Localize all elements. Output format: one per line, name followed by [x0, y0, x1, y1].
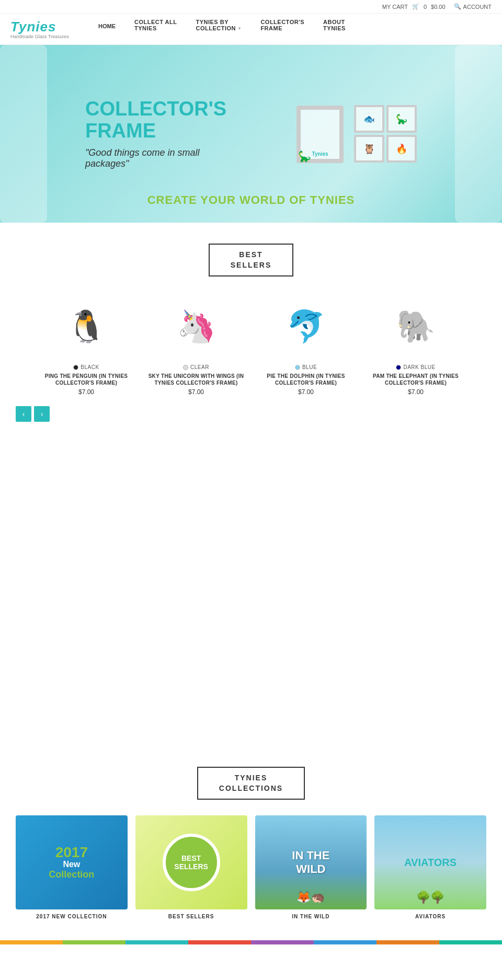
- nav-home[interactable]: HOME: [89, 19, 125, 33]
- aviators-decoration: 🌳🌳: [416, 891, 444, 904]
- collection-img-aviators: AVIATORS 🌳🌳: [374, 815, 486, 909]
- collections-title: TYNIES COLLECTIONS: [219, 773, 283, 793]
- product-price-dolphin: $7.00: [298, 388, 314, 396]
- hero-title: COLLECTOR'SFRAME: [85, 98, 226, 142]
- cart-amount: $0.00: [431, 4, 446, 10]
- logo-sub: Handmade Glass Treasures: [10, 34, 78, 39]
- collections-grid: 2017 New Collection 2017 NEW COLLECTION …: [16, 815, 486, 919]
- collections-section: TYNIES COLLECTIONS 2017 New Collection 2…: [0, 767, 502, 940]
- products-row: 🐧 BLACK PING THE PENGUIN (IN TYNIES COLL…: [0, 292, 502, 396]
- product-card-elephant[interactable]: 🐘 DARK BLUE PAM THE ELEPHANT (IN TYNIES …: [363, 292, 468, 396]
- stripe-6: [314, 940, 376, 944]
- collection-label-2017: 2017 NEW COLLECTION: [36, 914, 107, 919]
- product-card-unicorn[interactable]: 🦄 CLEAR SKY THE UNICORN WITH WINGS (IN T…: [144, 292, 248, 396]
- product-color-dolphin: BLUE: [295, 364, 317, 370]
- product-color-elephant: DARK BLUE: [396, 364, 435, 370]
- cart-info: MY CART 🛒 0 $0.00: [382, 3, 446, 10]
- frame-cell-1: 🐟: [354, 105, 384, 133]
- stripe-8: [439, 940, 502, 944]
- product-img-unicorn: 🦄: [149, 292, 243, 360]
- product-card-penguin[interactable]: 🐧 BLACK PING THE PENGUIN (IN TYNIES COLL…: [34, 292, 139, 396]
- cart-icon: 🛒: [412, 3, 419, 10]
- best-sellers-title: BEST SELLERS: [231, 250, 272, 270]
- logo-area: Tynies Handmade Glass Treasures: [10, 19, 78, 39]
- frame-grid: 🐟 🦕 🦉 🔥: [354, 105, 417, 163]
- collection-label-wild: IN THE WILD: [292, 914, 329, 919]
- collection-2017-new: New: [49, 860, 94, 869]
- product-name-elephant: PAM THE ELEPHANT (IN TYNIES COLLECTOR'S …: [363, 373, 468, 386]
- frame-brand-label: Tynies: [312, 151, 328, 157]
- collections-title-box: TYNIES COLLECTIONS: [197, 767, 305, 800]
- hero-content: COLLECTOR'SFRAME "Good things come in sm…: [50, 98, 452, 169]
- aviators-text: AVIATORS: [404, 856, 457, 869]
- product-name-unicorn: SKY THE UNICORN WITH WINGS (IN TYNIES CO…: [144, 373, 248, 386]
- logo-text[interactable]: Tynies: [10, 19, 78, 35]
- product-price-penguin: $7.00: [78, 388, 94, 396]
- nav-item-collect-all[interactable]: COLLECT ALL TYNIES: [125, 19, 186, 31]
- wild-animals: 🦊🦔: [296, 891, 325, 904]
- hero-frames: Tynies 🦕 🐟 🦕 🦉 🔥: [296, 105, 417, 163]
- color-label-black: BLACK: [81, 364, 99, 370]
- wild-text: IN THEWILD: [292, 849, 329, 877]
- collections-header: TYNIES COLLECTIONS: [16, 767, 486, 800]
- color-dot-dark-blue: [396, 365, 401, 370]
- collection-2017-collection: Collection: [49, 869, 94, 880]
- unicorn-emoji: 🦄: [177, 308, 216, 345]
- account-label[interactable]: ACCOUNT: [463, 4, 492, 10]
- content-spacer: [0, 432, 502, 746]
- hero-left-decoration: [0, 45, 47, 223]
- nav-item-about[interactable]: ABOUT TYNIES: [314, 19, 355, 31]
- frame-cell-4: 🔥: [386, 135, 417, 163]
- collection-card-wild[interactable]: IN THEWILD 🦊🦔 IN THE WILD: [255, 815, 367, 919]
- frame-cell-3: 🦉: [354, 135, 384, 163]
- penguin-emoji: 🐧: [67, 308, 106, 345]
- collection-card-2017[interactable]: 2017 New Collection 2017 NEW COLLECTION: [16, 815, 128, 919]
- product-img-elephant: 🐘: [369, 292, 463, 360]
- nav-item-collectors[interactable]: COLLECTOR'S FRAME: [251, 19, 314, 31]
- stripe-1: [0, 940, 63, 944]
- dolphin-emoji: 🐬: [287, 308, 326, 345]
- hero-right-decoration: [455, 45, 502, 223]
- carousel-next-button[interactable]: ›: [34, 406, 50, 422]
- product-img-penguin: 🐧: [39, 292, 133, 360]
- hero-quote: "Good things come in small packages": [85, 147, 200, 169]
- color-label-clear: CLEAR: [190, 364, 209, 370]
- stripe-7: [376, 940, 439, 944]
- collection-card-bestsellers[interactable]: BESTSELLERS BEST SELLERS: [135, 815, 247, 919]
- collection-2017-year: 2017: [49, 845, 94, 860]
- best-sellers-header: BEST SELLERS: [0, 244, 502, 276]
- collection-label-bestsellers: BEST SELLERS: [168, 914, 214, 919]
- stripe-3: [126, 940, 188, 944]
- color-dot-blue: [295, 365, 300, 370]
- dino-figure: 🦕: [298, 150, 311, 163]
- product-price-elephant: $7.00: [408, 388, 424, 396]
- product-color-unicorn: CLEAR: [183, 364, 209, 370]
- stripe-5: [251, 940, 314, 944]
- collection-img-2017: 2017 New Collection: [16, 815, 128, 909]
- carousel-controls: ‹ ›: [0, 406, 502, 422]
- search-icon[interactable]: 🔍: [454, 3, 461, 10]
- hero-subtitle: CREATE YOUR WORLD OF TYNIES: [147, 193, 355, 207]
- stripe-2: [63, 940, 126, 944]
- collection-card-aviators[interactable]: AVIATORS 🌳🌳 AVIATORS: [374, 815, 486, 919]
- nav-dropdown-tynies-by: COLLECTION ▼: [196, 25, 242, 31]
- product-price-unicorn: $7.00: [188, 388, 204, 396]
- single-frame: Tynies 🦕: [296, 106, 344, 163]
- color-label-blue: BLUE: [302, 364, 317, 370]
- best-sellers-title-box: BEST SELLERS: [209, 244, 294, 276]
- dropdown-arrow-icon: ▼: [237, 26, 242, 31]
- stripe-4: [188, 940, 251, 944]
- color-dot-clear: [183, 365, 188, 370]
- account-link[interactable]: 🔍 ACCOUNT: [454, 3, 492, 10]
- carousel-prev-button[interactable]: ‹: [16, 406, 31, 422]
- product-name-penguin: PING THE PENGUIN (IN TYNIES COLLECTOR'S …: [34, 373, 139, 386]
- product-name-dolphin: PIE THE DOLPHIN (IN TYNIES COLLECTOR'S F…: [254, 373, 358, 386]
- collection-2017-content: 2017 New Collection: [43, 840, 99, 885]
- hero-banner: COLLECTOR'SFRAME "Good things come in sm…: [0, 45, 502, 223]
- header: Tynies Handmade Glass Treasures HOME COL…: [0, 14, 502, 45]
- nav-item-tynies-by[interactable]: TYNIES BY COLLECTION ▼: [186, 19, 251, 31]
- product-card-dolphin[interactable]: 🐬 BLUE PIE THE DOLPHIN (IN TYNIES COLLEC…: [254, 292, 358, 396]
- frame-cell-2: 🦕: [386, 105, 417, 133]
- hero-text-area: COLLECTOR'SFRAME "Good things come in sm…: [85, 98, 226, 169]
- product-img-dolphin: 🐬: [259, 292, 353, 360]
